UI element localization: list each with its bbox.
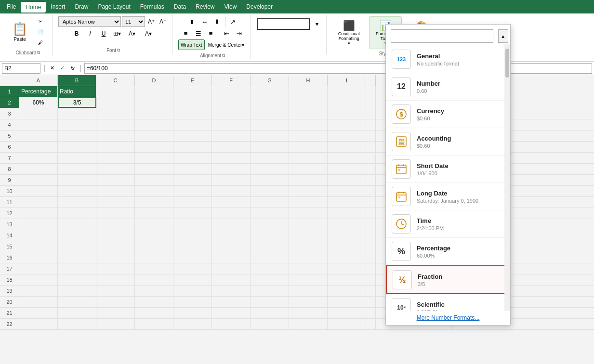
copy-button[interactable]: 📄 xyxy=(33,27,48,37)
borders-button[interactable]: ⊞▾ xyxy=(111,28,123,39)
row-header-16[interactable]: 16 xyxy=(0,252,19,263)
name-box[interactable] xyxy=(2,63,40,74)
format-scroll-up-btn[interactable]: ▲ xyxy=(498,29,508,43)
decrease-indent-button[interactable]: ⇤ xyxy=(221,28,233,39)
cell-h1[interactable] xyxy=(289,86,328,97)
format-item-long-date[interactable]: Long Date Saturday, January 0, 1900 xyxy=(386,183,510,210)
cell-b2[interactable]: 3/5 xyxy=(58,97,96,108)
format-scrollbar[interactable] xyxy=(504,44,510,311)
format-item-scientific[interactable]: 10² Scientific 6.00E-01 xyxy=(386,294,510,311)
align-center-button[interactable]: ☰ xyxy=(193,28,204,39)
row-header-9[interactable]: 9 xyxy=(0,175,19,185)
col-header-h[interactable]: H xyxy=(289,75,328,86)
row-header-21[interactable]: 21 xyxy=(0,308,19,318)
menu-draw[interactable]: Draw xyxy=(70,1,93,12)
col-header-i[interactable]: I xyxy=(328,75,366,86)
cell-b1[interactable]: Ratio xyxy=(58,86,96,97)
paste-button[interactable]: 📋 Paste xyxy=(8,17,32,46)
row-header-4[interactable]: 4 xyxy=(0,119,19,130)
align-left-button[interactable]: ≡ xyxy=(180,28,192,39)
col-header-f[interactable]: F xyxy=(212,75,251,86)
col-header-a[interactable]: A xyxy=(19,75,58,86)
row-header-1[interactable]: 1 xyxy=(0,86,19,97)
menu-developer[interactable]: Developer xyxy=(241,1,277,12)
row-header-12[interactable]: 12 xyxy=(0,208,19,219)
align-right-button[interactable]: ≡ xyxy=(205,28,217,39)
menu-formulas[interactable]: Formulas xyxy=(135,1,169,12)
cell-b3[interactable] xyxy=(58,108,96,119)
cell-h2[interactable] xyxy=(289,97,328,108)
row-header-20[interactable]: 20 xyxy=(0,297,19,307)
cell-c2[interactable] xyxy=(96,97,135,108)
underline-button[interactable]: U xyxy=(97,28,110,39)
row-header-3[interactable]: 3 xyxy=(0,108,19,119)
increase-font-button[interactable]: A⁺ xyxy=(146,16,157,27)
menu-home[interactable]: Home xyxy=(21,1,46,13)
format-item-time[interactable]: Time 2:24:00 PM xyxy=(386,210,510,238)
row-header-19[interactable]: 19 xyxy=(0,286,19,296)
cell-g1[interactable] xyxy=(251,86,289,97)
cut-button[interactable]: ✂ xyxy=(33,16,48,26)
decrease-font-button[interactable]: A⁻ xyxy=(158,16,168,27)
format-item-currency[interactable]: $ Currency $0.60 xyxy=(386,101,510,128)
format-item-accounting[interactable]: 🧮 Accounting $0.60 xyxy=(386,128,510,156)
menu-page-layout[interactable]: Page Layout xyxy=(93,1,135,12)
clipboard-expand-icon[interactable]: ⧉ xyxy=(37,50,40,55)
format-painter-button[interactable]: 🖌 xyxy=(33,38,48,47)
cell-f2[interactable] xyxy=(212,97,251,108)
bold-button[interactable]: B xyxy=(70,28,83,39)
row-header-7[interactable]: 7 xyxy=(0,153,19,163)
fill-color-button[interactable]: A▾ xyxy=(124,28,140,39)
merge-center-button[interactable]: Merge & Center ▾ xyxy=(206,39,247,50)
alignment-expand-icon[interactable]: ⧉ xyxy=(222,53,225,58)
more-number-formats-link[interactable]: More Number Formats... xyxy=(386,311,510,325)
cell-c1[interactable] xyxy=(96,86,135,97)
row-header-14[interactable]: 14 xyxy=(0,230,19,241)
row-header-8[interactable]: 8 xyxy=(0,164,19,174)
cell-i1[interactable] xyxy=(328,86,366,97)
menu-view[interactable]: View xyxy=(220,1,242,12)
formula-input[interactable] xyxy=(84,63,592,74)
format-item-short-date[interactable]: Short Date 1/0/1900 xyxy=(386,156,510,183)
align-middle-button[interactable]: ↔ xyxy=(199,16,211,27)
conditional-formatting-button[interactable]: ⬛ Conditional Formatting ▾ xyxy=(332,16,365,49)
row-header-6[interactable]: 6 xyxy=(0,142,19,152)
font-family-select[interactable]: Aptos Narrow xyxy=(58,16,121,27)
confirm-formula-btn[interactable]: ✓ xyxy=(58,65,66,71)
cell-f1[interactable] xyxy=(212,86,251,97)
row-header-15[interactable]: 15 xyxy=(0,241,19,252)
number-format-dropdown-btn[interactable]: ▾ xyxy=(312,19,322,29)
cell-i2[interactable] xyxy=(328,97,366,108)
orientation-button[interactable]: ↗ xyxy=(227,16,239,27)
italic-button[interactable]: I xyxy=(84,28,96,39)
menu-insert[interactable]: Insert xyxy=(46,1,70,12)
row-header-11[interactable]: 11 xyxy=(0,197,19,208)
col-header-d[interactable]: D xyxy=(135,75,173,86)
cell-g2[interactable] xyxy=(251,97,289,108)
col-header-g[interactable]: G xyxy=(251,75,289,86)
format-item-number[interactable]: 12 Number 0.60 xyxy=(386,73,510,101)
row-header-22[interactable]: 22 xyxy=(0,319,19,329)
cell-d2[interactable] xyxy=(135,97,173,108)
row-header-13[interactable]: 13 xyxy=(0,219,19,230)
row-header-10[interactable]: 10 xyxy=(0,186,19,196)
format-item-general[interactable]: 123 General No specific format xyxy=(386,46,510,73)
font-color-button[interactable]: A▾ xyxy=(141,28,156,39)
cancel-formula-btn[interactable]: ✕ xyxy=(48,65,56,71)
cell-d1[interactable] xyxy=(135,86,173,97)
menu-data[interactable]: Data xyxy=(169,1,191,12)
cell-a3[interactable] xyxy=(19,108,58,119)
row-header-17[interactable]: 17 xyxy=(0,263,19,274)
format-item-fraction[interactable]: ½ Fraction 3/5 xyxy=(386,265,510,294)
cell-e2[interactable] xyxy=(173,97,212,108)
col-header-e[interactable]: E xyxy=(173,75,212,86)
col-header-b[interactable]: B xyxy=(58,75,96,86)
font-expand-icon[interactable]: ⧉ xyxy=(117,48,120,53)
row-header-2[interactable]: 2 xyxy=(0,97,19,108)
format-item-percentage[interactable]: % Percentage 60.00% xyxy=(386,238,510,265)
insert-function-btn[interactable]: fx xyxy=(68,65,77,71)
align-top-button[interactable]: ⬆ xyxy=(186,16,198,27)
row-header-18[interactable]: 18 xyxy=(0,274,19,285)
menu-review[interactable]: Review xyxy=(191,1,219,12)
cell-a2[interactable]: 60% xyxy=(19,97,58,108)
